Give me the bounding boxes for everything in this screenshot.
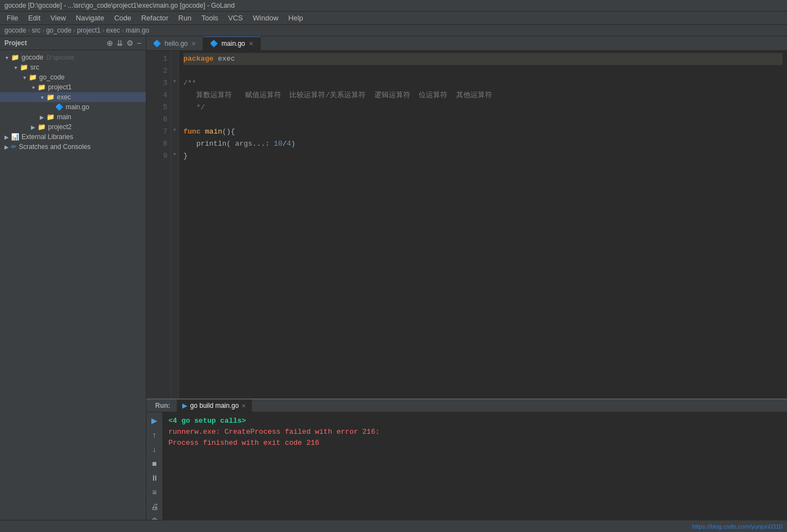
folder-icon-gocode: 📁 [11, 54, 19, 61]
tab-hello.go[interactable]: 🔷 hello.go ✕ [146, 37, 203, 50]
menu-code[interactable]: Code [110, 13, 136, 23]
expand-arrow-main: ▶ [38, 114, 46, 120]
code-line-2 [183, 65, 783, 77]
sidebar-item-project1[interactable]: ▾ 📁 project1 [0, 82, 146, 92]
file-icon-maingo: 🔷 [55, 103, 64, 111]
code-line-9: } [183, 150, 783, 162]
sidebar: Project ⊕ ⇊ ⚙ − ▾ 📁 gocode D:\gocode ▾ � [0, 36, 146, 520]
close-sidebar-icon[interactable]: − [137, 39, 141, 47]
menu-run[interactable]: Run [174, 13, 196, 23]
label-maingo: main.go [66, 103, 89, 111]
scratch-icon: ✏ [11, 143, 17, 151]
status-url: https://blog.csdn.com/yunjun0310 [692, 523, 783, 530]
line-numbers: 1 2 3 4 5 6 7 8 9 [146, 51, 171, 398]
breadcrumb: gocode › src › go_code › project1 › exec… [0, 25, 787, 36]
code-line-8: println( args...: 10/4) [183, 138, 783, 150]
sidebar-item-maingo[interactable]: ▾ 🔷 main.go [0, 102, 146, 112]
code-line-3: /** [183, 77, 783, 89]
sidebar-item-project2[interactable]: ▶ 📁 project2 [0, 122, 146, 132]
bottom-panel: Run: ▶ go build main.go ✕ ▶ ↑ ↓ ■ ⏸ ≡ 🖨 … [146, 398, 787, 520]
run-tab-label: go build main.go [190, 402, 239, 409]
scroll-down-button[interactable]: ↓ [151, 443, 158, 455]
code-editor[interactable]: 1 2 3 4 5 6 7 8 9 ▾ ▾ ▾ [146, 51, 787, 398]
code-content[interactable]: package exec /** 算数运算符 赋值运算符 比较运算符/关系运算符… [179, 51, 787, 398]
pause-button[interactable]: ⏸ [149, 472, 160, 484]
menu-view[interactable]: View [46, 13, 70, 23]
code-line-4: 算数运算符 赋值运算符 比较运算符/关系运算符 逻辑运算符 位运算符 其他运算符 [183, 89, 783, 102]
sidebar-item-main[interactable]: ▶ 📁 main [0, 112, 146, 122]
terminal-output: <4 go setup calls> runnerw.exe: CreatePr… [163, 412, 787, 520]
settings-icon[interactable]: ⚙ [126, 39, 134, 47]
tab-close-main[interactable]: ✕ [249, 40, 253, 47]
sidebar-item-gocode[interactable]: ▾ 📁 gocode D:\gocode [0, 52, 146, 62]
title-bar: gocode [D:\gocode] - ...\src\go_code\pro… [0, 0, 787, 12]
menu-navigate[interactable]: Navigate [71, 13, 108, 23]
extlib-icon: 📊 [11, 133, 19, 141]
stop-button[interactable]: ■ [150, 457, 158, 470]
folder-icon-go_code: 📁 [29, 73, 37, 81]
menu-help[interactable]: Help [284, 13, 308, 23]
menu-tools[interactable]: Tools [197, 13, 223, 23]
expand-arrow-extlib: ▶ [2, 134, 11, 140]
folder-icon-project2: 📁 [38, 123, 46, 131]
label-main: main [57, 113, 71, 121]
code-gutter: ▾ ▾ ▾ [171, 51, 179, 398]
bc-maingo[interactable]: main.go [125, 26, 149, 34]
trash-button[interactable]: 🗑 [149, 515, 160, 520]
tab-icon-main: 🔷 [210, 40, 218, 47]
label-gocode: gocode [22, 54, 43, 61]
sidebar-item-exec[interactable]: ▾ 📁 exec [0, 92, 146, 102]
collapse-icon[interactable]: ⇊ [117, 39, 123, 47]
menu-refactor[interactable]: Refactor [137, 13, 173, 23]
folder-icon-project1: 📁 [38, 83, 46, 91]
sidebar-item-scratches[interactable]: ▶ ✏ Scratches and Consoles [0, 142, 146, 152]
project-label: Project [4, 39, 104, 47]
folder-icon-exec: 📁 [46, 93, 55, 101]
folder-icon-src: 📁 [20, 63, 28, 71]
menu-window[interactable]: Window [249, 13, 283, 23]
status-bar: https://blog.csdn.com/yunjun0310 [0, 520, 787, 532]
sidebar-item-go_code[interactable]: ▾ 📁 go_code [0, 72, 146, 82]
expand-arrow-exec: ▾ [38, 94, 46, 100]
editor-area: 🔷 hello.go ✕ 🔷 main.go ✕ 1 2 3 4 5 6 7 8… [146, 36, 787, 520]
panel-content: ▶ ↑ ↓ ■ ⏸ ≡ 🖨 🗑 <4 go setup calls> runne… [146, 412, 787, 520]
editor-tabs: 🔷 hello.go ✕ 🔷 main.go ✕ [146, 36, 787, 51]
menu-vcs[interactable]: VCS [224, 13, 247, 23]
gocode-path: D:\gocode [46, 54, 74, 61]
locate-icon[interactable]: ⊕ [107, 39, 113, 47]
panel-sidebar: ▶ ↑ ↓ ■ ⏸ ≡ 🖨 🗑 [146, 412, 163, 520]
menu-file[interactable]: File [2, 13, 23, 23]
code-line-7: func main(){ [183, 126, 783, 138]
expand-arrow-project2: ▶ [29, 124, 38, 130]
bc-gocode[interactable]: gocode [4, 26, 26, 34]
play-button[interactable]: ▶ [150, 414, 159, 427]
main-area: Project ⊕ ⇊ ⚙ − ▾ 📁 gocode D:\gocode ▾ � [0, 36, 787, 520]
bc-go_code[interactable]: go_code [46, 26, 71, 34]
bc-src[interactable]: src [31, 26, 40, 34]
code-line-6 [183, 114, 783, 126]
tab-label-hello: hello.go [165, 40, 188, 47]
expand-arrow-gocode: ▾ [2, 55, 11, 61]
tab-icon-hello: 🔷 [153, 40, 161, 47]
sidebar-item-extlib[interactable]: ▶ 📊 External Libraries [0, 132, 146, 142]
tab-main.go[interactable]: 🔷 main.go ✕ [203, 36, 261, 50]
tab-close-hello[interactable]: ✕ [191, 40, 196, 47]
label-exec: exec [57, 93, 71, 101]
menu-edit[interactable]: Edit [24, 13, 45, 23]
bc-project1[interactable]: project1 [77, 26, 101, 34]
sidebar-actions: ⊕ ⇊ ⚙ − [107, 39, 141, 47]
sidebar-header: Project ⊕ ⇊ ⚙ − [0, 36, 146, 50]
output-line-3: Process finished with exit code 216 [168, 438, 781, 449]
label-src: src [30, 63, 39, 71]
scroll-up-button[interactable]: ↑ [151, 429, 158, 441]
run-tab-close[interactable]: ✕ [241, 403, 246, 409]
panel-tab-go-build[interactable]: ▶ go build main.go ✕ [177, 400, 252, 412]
label-project2: project2 [48, 123, 72, 131]
bc-exec[interactable]: exec [106, 26, 120, 34]
format-button[interactable]: ≡ [150, 486, 158, 498]
print-button[interactable]: 🖨 [149, 501, 160, 513]
panel-tabs: Run: ▶ go build main.go ✕ [146, 400, 787, 412]
label-extlib: External Libraries [22, 133, 73, 141]
sidebar-item-src[interactable]: ▾ 📁 src [0, 62, 146, 72]
code-line-1: package exec [183, 53, 783, 65]
